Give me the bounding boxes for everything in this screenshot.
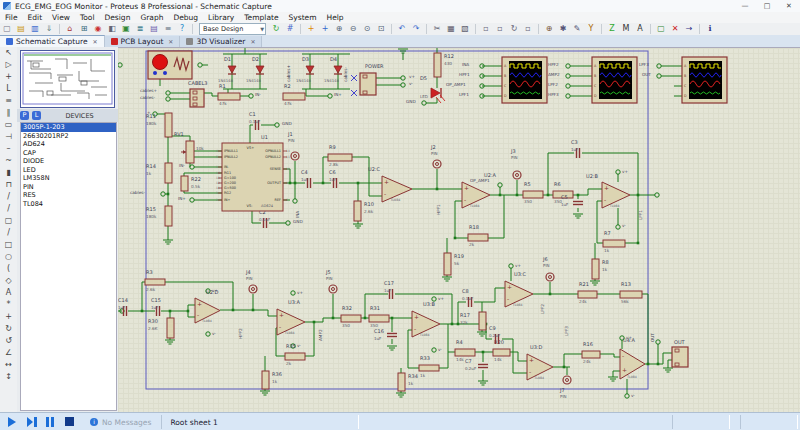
resistor-R17[interactable] xyxy=(479,312,486,330)
voltage-probe-mode-icon[interactable]: / xyxy=(2,191,15,203)
terminal[interactable] xyxy=(657,64,661,68)
resistor-R7[interactable] xyxy=(603,240,625,247)
terminal[interactable] xyxy=(161,192,165,196)
play-button[interactable] xyxy=(6,416,19,428)
potentiometer-RV1[interactable] xyxy=(186,141,194,163)
resistor-R5[interactable] xyxy=(523,191,543,198)
device-item[interactable]: 26630201RP2 xyxy=(21,132,116,141)
resistor-R15[interactable] xyxy=(165,206,172,226)
zoom-all-icon[interactable]: ⊙ xyxy=(361,24,373,34)
make-device-icon[interactable]: ✱ xyxy=(557,24,569,34)
tab-schematic-capture[interactable]: Schematic Capture✕ xyxy=(0,35,105,47)
terminal[interactable] xyxy=(190,198,194,202)
terminal[interactable] xyxy=(509,264,513,268)
text-script-mode-icon[interactable]: ≡ xyxy=(2,95,15,107)
minimize-button[interactable]: — xyxy=(734,0,756,12)
property-assign-icon[interactable]: A xyxy=(634,24,646,34)
2d-box-icon[interactable]: □ xyxy=(2,239,15,251)
subcircuit-mode-icon[interactable]: ▭ xyxy=(2,119,15,131)
component-mode-icon[interactable]: ▷ xyxy=(2,59,15,71)
2d-circle-icon[interactable]: ○ xyxy=(2,251,15,263)
resistor-R8[interactable] xyxy=(592,259,599,279)
resistor-R2[interactable] xyxy=(283,93,305,100)
home-page-icon[interactable]: ⌂ xyxy=(64,24,76,34)
2d-arc-icon[interactable]: ( xyxy=(2,263,15,275)
design-explorer-icon[interactable]: ≣ xyxy=(134,24,146,34)
device-item[interactable]: LED xyxy=(21,166,116,175)
packaging-tool-icon[interactable]: ✎ xyxy=(571,24,583,34)
diode-D3[interactable] xyxy=(306,66,314,73)
resistor-R11[interactable] xyxy=(165,113,172,137)
resistor-R36[interactable] xyxy=(262,371,269,389)
rotate-clockwise-icon[interactable]: ↻ xyxy=(2,323,15,335)
resistor-R12[interactable] xyxy=(434,53,441,77)
pcb-layout-icon[interactable]: ◉ xyxy=(92,24,104,34)
resistor-R13[interactable] xyxy=(620,291,642,298)
terminal[interactable] xyxy=(625,394,629,398)
wire-autorouter-icon[interactable]: Z xyxy=(606,24,618,34)
device-item[interactable]: LM358N xyxy=(21,174,116,183)
rotation-angle-icon[interactable]: ∠ xyxy=(2,347,15,359)
resistor-R35[interactable] xyxy=(285,353,305,360)
device-item[interactable]: PIN xyxy=(21,183,116,192)
pan-icon[interactable]: + xyxy=(319,24,331,34)
close-tab-icon[interactable]: ✕ xyxy=(93,38,98,45)
help-icon[interactable]: ? xyxy=(176,24,188,34)
diode-D2[interactable] xyxy=(256,66,264,73)
terminal[interactable] xyxy=(616,225,620,229)
terminal[interactable] xyxy=(657,74,661,78)
terminal[interactable] xyxy=(422,101,426,105)
device-item[interactable]: AD624 xyxy=(21,140,116,149)
menu-library[interactable]: Library xyxy=(203,13,239,22)
diode-D1[interactable] xyxy=(228,66,236,73)
terminal[interactable] xyxy=(498,183,502,187)
tab-3d-visualizer[interactable]: 3D Visualizer✕ xyxy=(180,36,262,47)
terminal[interactable] xyxy=(566,74,570,78)
terminal[interactable] xyxy=(328,94,332,98)
resistor-R33[interactable] xyxy=(419,365,439,371)
block-delete-icon[interactable]: ▫ xyxy=(522,24,534,34)
menu-edit[interactable]: Edit xyxy=(23,13,48,22)
gerber-viewer-icon[interactable]: ▣ xyxy=(120,24,132,34)
step-button[interactable] xyxy=(25,416,38,428)
redo-icon[interactable]: ↷ xyxy=(410,24,422,34)
block-copy-icon[interactable]: ▫ xyxy=(480,24,492,34)
block-move-icon[interactable]: ▫ xyxy=(494,24,506,34)
maximize-button[interactable]: □ xyxy=(756,0,778,12)
open-design-icon[interactable]: ▤ xyxy=(15,24,27,34)
devices-list[interactable]: 3005P-1-20326630201RP2AD624CAPDIODELEDLM… xyxy=(20,122,117,411)
terminal[interactable] xyxy=(293,199,297,203)
pick-devices-button[interactable]: P xyxy=(20,111,29,120)
menu-help[interactable]: Help xyxy=(322,13,349,22)
rotate-anticlockwise-icon[interactable]: ↺ xyxy=(2,335,15,347)
library-button[interactable]: L xyxy=(32,111,41,120)
2d-text-icon[interactable]: A xyxy=(2,287,15,299)
wire-label-mode-icon[interactable]: L xyxy=(2,83,15,95)
zoom-out-icon[interactable]: ⊖ xyxy=(347,24,359,34)
mirror-y-icon[interactable]: ↕ xyxy=(2,371,15,383)
generator-mode-icon[interactable]: ⊓ xyxy=(2,179,15,191)
import-legacy-icon[interactable]: ⇓ xyxy=(43,24,55,34)
tab-pcb-layout[interactable]: PCB Layout✕ xyxy=(105,36,181,47)
terminal[interactable] xyxy=(118,63,122,67)
tape-recorder-mode-icon[interactable]: ▮ xyxy=(2,167,15,179)
redraw-icon[interactable]: ↻ xyxy=(270,24,282,34)
current-probe-mode-icon[interactable]: / xyxy=(2,203,15,215)
pin-marker-J7[interactable] xyxy=(563,376,571,384)
resistor-R22[interactable] xyxy=(181,176,188,191)
terminal[interactable] xyxy=(656,340,660,344)
resistor-R19[interactable] xyxy=(444,253,451,275)
2d-line-icon[interactable]: / xyxy=(2,227,15,239)
bill-of-materials-icon[interactable]: ▤ xyxy=(148,24,160,34)
resistor-R4[interactable] xyxy=(455,349,475,356)
menu-view[interactable]: View xyxy=(47,13,75,22)
pin-marker-J4[interactable] xyxy=(249,285,257,293)
resistor-R21[interactable] xyxy=(578,291,597,298)
terminal[interactable] xyxy=(166,97,170,101)
cut-icon[interactable]: ✂ xyxy=(431,24,443,34)
resistor-R3[interactable] xyxy=(145,279,165,285)
pause-button[interactable] xyxy=(44,416,57,428)
connector-POWER[interactable] xyxy=(360,73,376,95)
terminal[interactable] xyxy=(166,91,170,95)
schematic-capture-icon[interactable]: ⊞ xyxy=(78,24,90,34)
